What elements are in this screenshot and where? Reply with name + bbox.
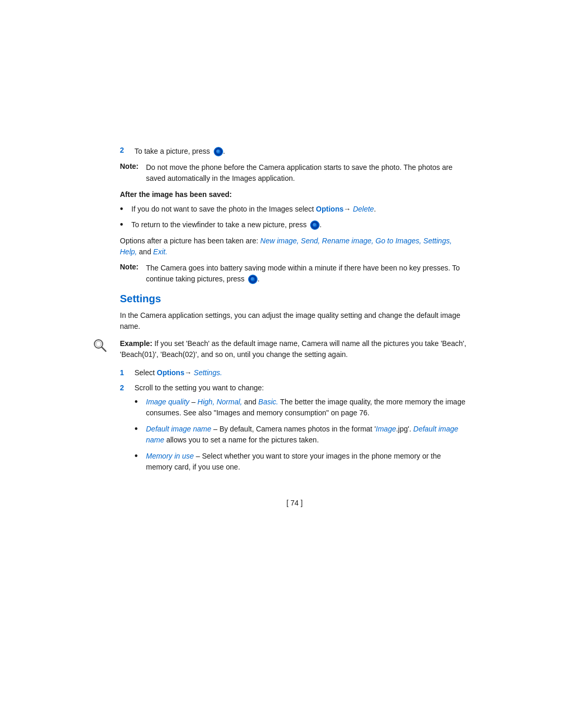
sub-bullet-list: • Image quality – High, Normal, and Basi… (134, 397, 469, 473)
step-number-2-top: 2 (120, 146, 130, 154)
svg-point-1 (96, 341, 101, 347)
bullet-text-1: If you do not want to save the photo in … (131, 204, 376, 215)
sub-bullet-3-text: Memory in use – Select whether you want … (146, 451, 469, 473)
step1-text: Select Options→ Settings. (134, 367, 222, 378)
num-label-2: 2 (120, 382, 130, 393)
bullet-dot-2: • (120, 219, 128, 231)
step-2-top: 2 To take a picture, press . (120, 146, 469, 157)
camera-button-icon (214, 147, 223, 156)
camera-button-icon-3 (248, 275, 258, 284)
sub-bullet-1: • Image quality – High, Normal, and Basi… (134, 397, 469, 418)
image-link: Image (376, 425, 396, 433)
sub-bullet-dot-1: • (134, 397, 143, 408)
after-saved-bullets: • If you do not want to save the photo i… (120, 204, 469, 230)
numbered-item-2: 2 Scroll to the setting you want to chan… (120, 382, 469, 478)
num-label-1: 1 (120, 367, 130, 378)
bullet-text-2: To return to the viewfinder to take a ne… (131, 219, 322, 230)
note-text-2: The Camera goes into battery saving mode… (146, 263, 469, 285)
content-area: 2 To take a picture, press . Note: Do no… (0, 0, 563, 559)
sub-bullet-1-text: Image quality – High, Normal, and Basic.… (146, 397, 469, 418)
delete-link[interactable]: Delete (353, 205, 374, 213)
note-text-1: Do not move the phone before the Camera … (146, 162, 469, 184)
image-quality-link: Image quality (146, 398, 189, 406)
svg-line-2 (102, 347, 106, 351)
sub-bullet-dot-2: • (134, 424, 143, 435)
numbered-item-1: 1 Select Options→ Settings. (120, 367, 469, 378)
default-image-name-link: Default image name (146, 425, 211, 433)
options-line: Options after a picture has been taken a… (120, 236, 469, 257)
example-block: Example: If you set 'Beach' as the defau… (120, 338, 469, 360)
sub-bullet-dot-3: • (134, 451, 143, 462)
page-number-area: [ 74 ] (120, 499, 469, 507)
numbered-list: 1 Select Options→ Settings. 2 Scroll to … (120, 367, 469, 478)
camera-button-icon-2 (310, 220, 320, 230)
bullet-item-2: • To return to the viewfinder to take a … (120, 219, 469, 231)
example-label: Example: (120, 339, 152, 348)
sub-bullet-2-text: Default image name – By default, Camera … (146, 424, 469, 446)
step-2-top-text: To take a picture, press . (134, 146, 225, 157)
note-label-2: Note: (120, 263, 143, 271)
memory-in-use-link: Memory in use (146, 452, 194, 460)
page-number: 74 (290, 499, 299, 507)
settings-heading: Settings (120, 293, 469, 305)
high-link: High, (198, 398, 215, 406)
exit-link: Exit. (153, 248, 167, 256)
sub-bullet-3: • Memory in use – Select whether you wan… (134, 451, 469, 473)
bullet-item-1: • If you do not want to save the photo i… (120, 204, 469, 215)
example-text: Example: If you set 'Beach' as the defau… (120, 338, 469, 360)
basic-link: Basic. (259, 398, 278, 406)
example-icon-area (93, 338, 107, 354)
options-link-step1[interactable]: Options (157, 368, 185, 377)
step2-text: Scroll to the setting you want to change… (134, 382, 469, 478)
magnifier-icon (93, 338, 107, 353)
settings-link-step1[interactable]: Settings. (194, 368, 222, 377)
normal-link: Normal, (216, 398, 242, 406)
options-link-1[interactable]: Options (316, 205, 344, 213)
sub-bullet-2: • Default image name – By default, Camer… (134, 424, 469, 446)
note-label-1: Note: (120, 162, 143, 170)
note-block-1: Note: Do not move the phone before the C… (120, 162, 469, 184)
note-block-2: Note: The Camera goes into battery savin… (120, 263, 469, 285)
bullet-dot-1: • (120, 204, 128, 215)
settings-intro: In the Camera application settings, you … (120, 310, 469, 332)
after-saved-heading: After the image has been saved: (120, 190, 469, 199)
page-container: 2 To take a picture, press . Note: Do no… (0, 0, 563, 728)
